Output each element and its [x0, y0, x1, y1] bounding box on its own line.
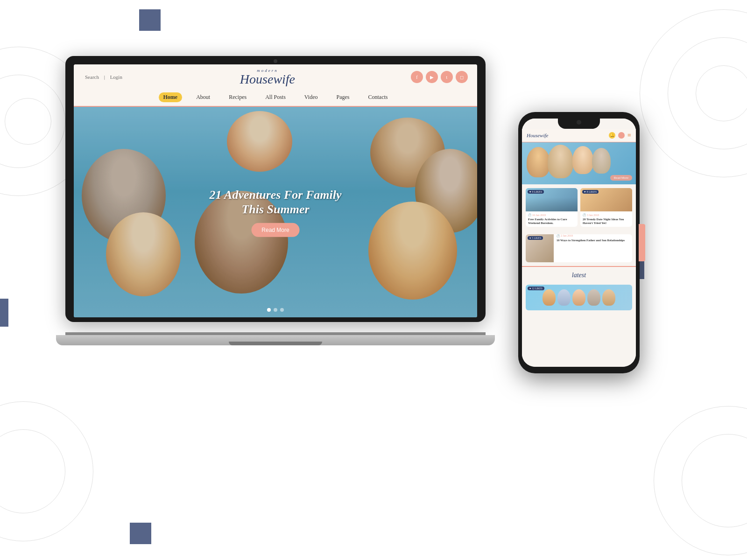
laptop-device: Search | Login modern Housewife	[65, 56, 486, 345]
hero-title-line2: This Summer	[241, 203, 309, 216]
phone-post-1: ♥ 9 LIKES 🕐 16 Jan 2018 Free Family Acti…	[526, 188, 578, 227]
phone-single-post-section: ♥ 5 LIKES 🕐 2 Jan 2018 10 Ways to Streng…	[522, 231, 636, 266]
phone-post-2-title[interactable]: 20 Trendy Date Night Ideas You Haven't T…	[583, 217, 630, 225]
site-logo: modern Housewife	[124, 68, 411, 86]
hero-slide-dots	[267, 308, 284, 312]
like-icon-2: ♥	[584, 190, 586, 193]
phone-circle-icon[interactable]	[618, 132, 625, 139]
phone-menu-icon[interactable]: ≡	[627, 132, 631, 139]
phone-screen: Housewife 🔔 ≡	[522, 119, 636, 367]
hero-title: 21 Adventures For Family This Summer	[210, 187, 342, 216]
phone-post-2-image: ♥ 8 LIKES	[580, 188, 632, 211]
search-link[interactable]: Search	[85, 74, 99, 80]
main-scene: Search | Login modern Housewife	[0, 0, 747, 560]
like-icon-1: ♥	[529, 190, 531, 193]
phone-post-card-title[interactable]: 10 Ways to Strengthen Father and Son Rel…	[557, 238, 632, 242]
phone-posts-grid: ♥ 9 LIKES 🕐 16 Jan 2018 Free Family Acti…	[522, 184, 636, 231]
site-header: Search | Login modern Housewife	[74, 64, 477, 107]
site-navigation: Home About Recipes All Posts Video Pages…	[83, 89, 468, 106]
phone-post-2: ♥ 8 LIKES 🕐 3 Jan 2018 20 Trendy Date Ni…	[580, 188, 632, 227]
phone-latest-post: ♥ 12 LIKES	[526, 285, 632, 310]
phone-post-1-image: ♥ 9 LIKES	[526, 188, 578, 211]
laptop-base	[56, 335, 495, 345]
hero-title-line1: 21 Adventures For Family	[210, 188, 342, 201]
phone-person-2	[548, 145, 573, 178]
latest-person-1	[543, 289, 556, 306]
nav-about[interactable]: About	[191, 92, 215, 102]
phone-post-card-image: ♥ 5 LIKES	[526, 234, 554, 262]
phone-latest-section: latest	[522, 266, 636, 281]
phone-person-4	[592, 148, 611, 174]
latest-person-3	[572, 289, 585, 306]
phone-post-card-content: 🕐 2 Jan 2018 10 Ways to Strengthen Fathe…	[557, 234, 632, 242]
clock-icon-2: 🕐	[583, 213, 586, 217]
phone-header: Housewife 🔔 ≡	[522, 129, 636, 142]
youtube-icon[interactable]: ▶	[426, 71, 438, 83]
phone-person-3	[572, 146, 593, 174]
phone-logo[interactable]: Housewife	[527, 133, 548, 138]
phone-website: Housewife 🔔 ≡	[522, 119, 636, 367]
logo-main-text[interactable]: Housewife	[124, 73, 411, 86]
laptop-camera	[274, 59, 277, 63]
phone-post-1-title[interactable]: Free Family Activities to Cure Weekend B…	[528, 217, 575, 225]
twitter-icon[interactable]: t	[441, 71, 453, 83]
dot-1[interactable]	[267, 308, 271, 312]
phone-post-card-date: 🕐 2 Jan 2018	[557, 234, 632, 238]
dot-3[interactable]	[280, 308, 284, 312]
site-hero: 21 Adventures For Family This Summer Rea…	[74, 107, 477, 317]
phone-post-1-likes: ♥ 9 LIKES	[528, 190, 544, 194]
site-top-bar: Search | Login modern Housewife	[83, 68, 468, 86]
nav-contacts[interactable]: Contacts	[363, 92, 392, 102]
like-icon-4: ♥	[529, 287, 531, 290]
phone-header-icons: 🔔 ≡	[609, 132, 631, 139]
nav-recipes[interactable]: Recipes	[224, 92, 251, 102]
login-link[interactable]: Login	[110, 74, 122, 80]
phone-hero-image: Read More	[522, 142, 636, 184]
phone-latest-post-likes: ♥ 12 LIKES	[528, 287, 544, 290]
site-social-icons: f ▶ t ◻	[411, 71, 468, 83]
laptop-foot	[229, 342, 322, 345]
hero-cta-button[interactable]: Read More	[251, 223, 299, 237]
phone-device: Housewife 🔔 ≡	[518, 112, 640, 373]
instagram-icon[interactable]: ◻	[456, 71, 468, 83]
hero-content: 21 Adventures For Family This Summer Rea…	[210, 187, 342, 237]
latest-person-5	[602, 289, 615, 306]
phone-latest-post-wrapper: ♥ 12 LIKES	[522, 285, 636, 314]
phone-post-2-date: 🕐 3 Jan 2018	[583, 213, 630, 217]
laptop-screen-outer: Search | Login modern Housewife	[65, 56, 486, 322]
laptop-screen-inner: Search | Login modern Housewife	[74, 64, 477, 317]
facebook-icon[interactable]: f	[411, 71, 423, 83]
nav-home[interactable]: Home	[159, 92, 183, 102]
hero-image: 21 Adventures For Family This Summer Rea…	[74, 107, 477, 317]
phone-camera	[577, 120, 581, 125]
phone-post-1-date: 🕐 16 Jan 2018	[528, 213, 575, 217]
phone-post-card-likes: ♥ 5 LIKES	[528, 236, 543, 240]
phone-post-1-info: 🕐 16 Jan 2018 Free Family Activities to …	[526, 211, 578, 227]
website-desktop: Search | Login modern Housewife	[74, 64, 477, 317]
clock-icon-1: 🕐	[528, 213, 531, 217]
latest-person-4	[587, 289, 600, 306]
nav-all-posts[interactable]: All Posts	[261, 92, 290, 102]
phone-post-1-gradient	[526, 197, 578, 211]
phone-post-card: ♥ 5 LIKES 🕐 2 Jan 2018 10 Ways to Streng…	[526, 234, 632, 262]
nav-video[interactable]: Video	[300, 92, 323, 102]
site-top-left: Search | Login	[83, 74, 124, 80]
phone-outer: Housewife 🔔 ≡	[518, 112, 640, 373]
phone-hero-read-more[interactable]: Read More	[610, 175, 632, 181]
phone-post-2-likes: ♥ 8 LIKES	[582, 190, 599, 194]
phone-bell-icon[interactable]: 🔔	[609, 132, 615, 139]
phone-post-2-info: 🕐 3 Jan 2018 20 Trendy Date Night Ideas …	[580, 211, 632, 227]
phone-post-1-likes-text: 9 LIKES	[532, 190, 543, 193]
like-icon-3: ♥	[529, 237, 531, 239]
phone-latest-post-image: ♥ 12 LIKES	[526, 285, 632, 310]
phone-post-2-likes-text: 8 LIKES	[587, 190, 597, 193]
latest-person-2	[557, 289, 571, 306]
phone-latest-title: latest	[526, 272, 632, 279]
nav-pages[interactable]: Pages	[331, 92, 354, 102]
phone-person-1	[527, 147, 550, 177]
phone-side-tab	[639, 224, 645, 261]
clock-icon-3: 🕐	[557, 234, 560, 238]
dot-2[interactable]	[274, 308, 277, 312]
phone-hero-bg: Read More	[522, 142, 636, 184]
separator: |	[104, 74, 105, 80]
